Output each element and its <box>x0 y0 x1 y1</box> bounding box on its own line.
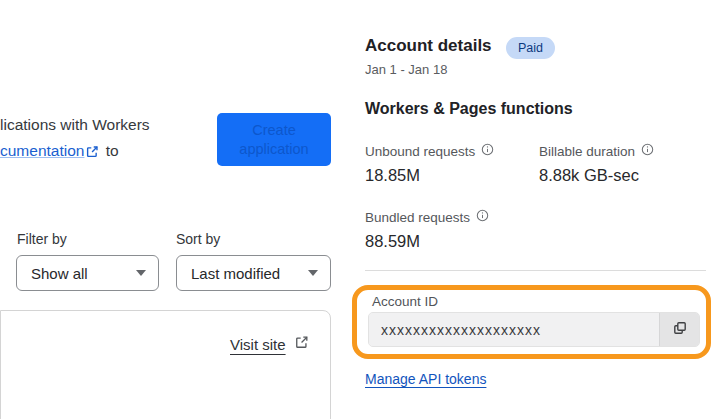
visit-site: Visit site <box>230 335 311 353</box>
sort-dropdown-value: Last modified <box>191 265 300 282</box>
paid-badge: Paid <box>506 37 555 59</box>
functions-section-title: Workers & Pages functions <box>365 100 573 118</box>
stat-label-billable-duration: Billable duration <box>539 143 654 159</box>
external-link-icon <box>86 140 99 166</box>
visit-site-link[interactable]: Visit site <box>230 336 286 353</box>
stat-label-unbound-requests: Unbound requests <box>365 143 494 159</box>
intro-text: lications with Workers cumentation to <box>0 112 190 166</box>
account-id-input[interactable] <box>369 313 659 346</box>
stat-label-text: Billable duration <box>539 144 635 159</box>
filter-dropdown-value: Show all <box>31 265 128 282</box>
divider <box>365 270 706 271</box>
stat-label-text: Bundled requests <box>365 210 470 225</box>
chevron-down-icon <box>308 270 318 276</box>
stat-value-unbound-requests: 18.85M <box>365 166 420 185</box>
copy-account-id-button[interactable] <box>659 313 699 346</box>
stat-label-text: Unbound requests <box>365 144 475 159</box>
stat-value-billable-duration: 8.88k GB-sec <box>539 166 639 185</box>
intro-line1: lications with Workers <box>0 116 150 133</box>
billing-date-range: Jan 1 - Jan 18 <box>365 62 447 77</box>
stat-value-bundled-requests: 88.59M <box>365 232 420 251</box>
account-id-label: Account ID <box>372 294 438 309</box>
info-icon[interactable] <box>481 143 494 159</box>
documentation-link[interactable]: cumentation <box>0 142 84 159</box>
copy-icon <box>672 320 688 339</box>
info-icon[interactable] <box>641 143 654 159</box>
sort-dropdown[interactable]: Last modified <box>176 255 331 291</box>
account-id-field-group <box>368 312 700 347</box>
sort-by-label: Sort by <box>176 231 220 247</box>
external-link-icon <box>295 335 309 353</box>
project-card: Visit site <box>0 310 331 419</box>
account-details-title: Account details <box>365 36 492 56</box>
workers-pages-dashboard: lications with Workers cumentation to Cr… <box>0 0 718 419</box>
manage-api-tokens-link[interactable]: Manage API tokens <box>365 371 486 387</box>
filter-dropdown[interactable]: Show all <box>16 255 159 291</box>
stat-label-bundled-requests: Bundled requests <box>365 209 489 225</box>
filter-by-label: Filter by <box>17 231 67 247</box>
chevron-down-icon <box>136 270 146 276</box>
create-application-button[interactable]: Create application <box>217 113 331 166</box>
intro-suffix: to <box>101 142 118 159</box>
info-icon[interactable] <box>476 209 489 225</box>
